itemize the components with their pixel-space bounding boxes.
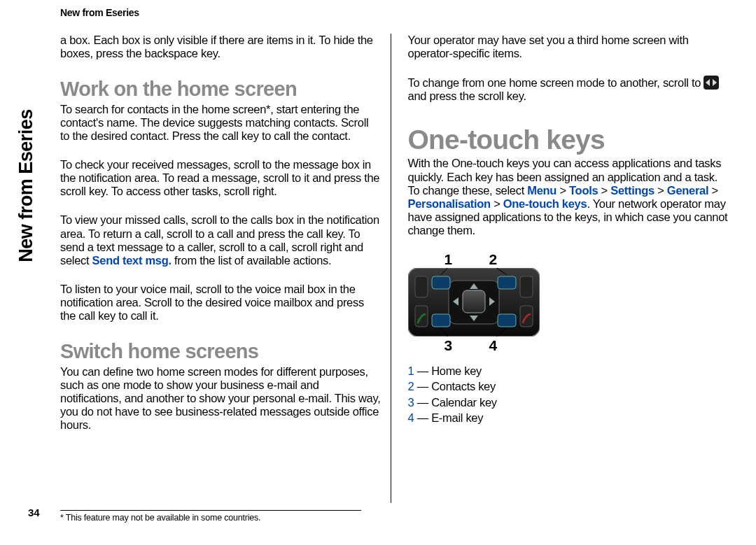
heading-one-touch-keys: One-touch keys bbox=[408, 126, 729, 155]
svg-rect-7 bbox=[432, 276, 450, 289]
text: from the list of available actions. bbox=[172, 254, 332, 267]
text: and press the scroll key. bbox=[408, 90, 526, 102]
legend-item-contacts: 2 — Contacts key bbox=[408, 378, 729, 394]
paragraph-missed-calls: To view your missed calls, scroll to the… bbox=[60, 213, 381, 274]
intro-continuation: a box. Each box is only visible if there… bbox=[60, 34, 381, 67]
text: > bbox=[598, 184, 610, 197]
heading-work-home-screen: Work on the home screen bbox=[60, 78, 381, 99]
svg-rect-10 bbox=[498, 314, 516, 327]
menu-path-settings: Settings bbox=[610, 184, 654, 197]
figure-label-2: 2 bbox=[489, 251, 497, 268]
paragraph-switch-home-screens: You can define two home screen modes for… bbox=[60, 365, 381, 439]
content-columns: a box. Each box is only visible if there… bbox=[60, 34, 728, 503]
heading-switch-home-screens: Switch home screens bbox=[60, 341, 381, 362]
menu-path-one-touch-keys: One-touch keys bbox=[503, 197, 587, 210]
menu-path-general: General bbox=[667, 184, 708, 197]
paragraph-search-contacts: To search for contacts in the home scree… bbox=[60, 103, 381, 150]
legend-text: — Calendar key bbox=[414, 396, 496, 409]
paragraph-messages: To check your received messages, scroll … bbox=[60, 158, 381, 205]
legend-text: — E-mail key bbox=[414, 411, 483, 424]
legend-item-calendar: 3 — Calendar key bbox=[408, 395, 729, 410]
paragraph-operator-home-screen: Your operator may have set you a third h… bbox=[408, 34, 729, 67]
text: > bbox=[556, 184, 569, 197]
text: > bbox=[654, 184, 667, 197]
figure-label-4: 4 bbox=[489, 337, 497, 354]
keypad-figure: 1 2 3 4 bbox=[408, 253, 548, 356]
paragraph-voicemail: To listen to your voice mail, scroll to … bbox=[60, 283, 381, 330]
svg-rect-2 bbox=[463, 290, 485, 313]
column-left: a box. Each box is only visible if there… bbox=[60, 34, 391, 503]
legend-item-home: 1 — Home key bbox=[408, 363, 729, 378]
svg-rect-8 bbox=[498, 276, 516, 289]
side-section-label: New from Eseries bbox=[15, 109, 37, 262]
legend-text: — Contacts key bbox=[414, 380, 496, 392]
svg-rect-11 bbox=[415, 276, 428, 297]
legend-item-email: 4 — E-mail key bbox=[408, 410, 729, 425]
text: > bbox=[491, 197, 503, 210]
footnote: * This feature may not be available in s… bbox=[60, 510, 361, 523]
svg-rect-9 bbox=[432, 314, 450, 327]
link-send-text-msg: Send text msg. bbox=[92, 254, 172, 267]
paragraph-change-mode: To change from one home screen mode to a… bbox=[408, 76, 729, 110]
keypad-icon bbox=[408, 268, 540, 337]
figure-label-3: 3 bbox=[444, 337, 452, 354]
figure-label-1: 1 bbox=[444, 251, 452, 268]
header-short-title: New from Eseries bbox=[60, 7, 139, 18]
svg-rect-12 bbox=[520, 276, 533, 297]
text: > bbox=[708, 184, 718, 197]
legend-text: — Home key bbox=[414, 364, 482, 377]
column-right: Your operator may have set you a third h… bbox=[408, 34, 729, 503]
menu-path-menu: Menu bbox=[527, 184, 556, 197]
text: To change from one home screen mode to a… bbox=[408, 76, 704, 89]
key-legend: 1 — Home key 2 — Contacts key 3 — Calend… bbox=[408, 363, 729, 425]
mode-switch-icon bbox=[704, 76, 719, 90]
page-number: 34 bbox=[28, 507, 40, 518]
manual-page: New from Eseries New from Eseries a box.… bbox=[0, 0, 756, 545]
menu-path-tools: Tools bbox=[569, 184, 598, 197]
paragraph-one-touch-desc: With the One-touch keys you can access a… bbox=[408, 157, 729, 244]
menu-path-personalisation: Personalisation bbox=[408, 197, 491, 210]
